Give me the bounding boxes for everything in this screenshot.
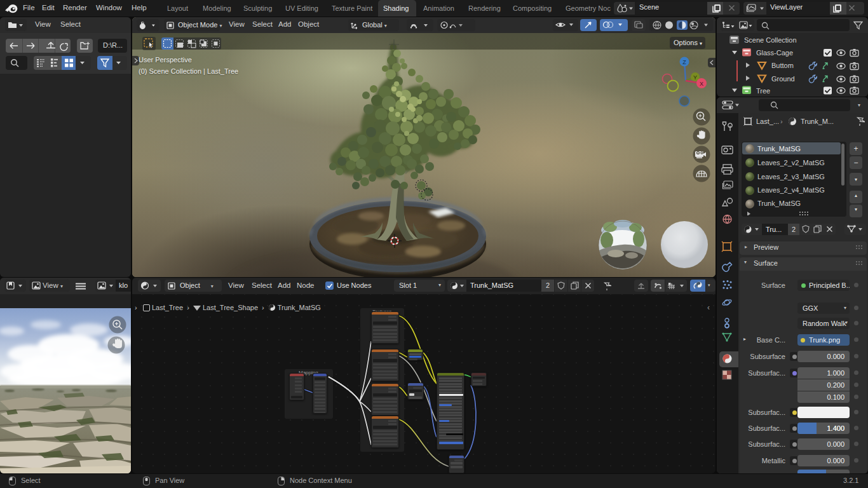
svg-text:Tree: Tree — [756, 87, 770, 95]
svg-text:Glass-Cage: Glass-Cage — [756, 49, 793, 57]
svg-text:Z: Z — [682, 59, 686, 65]
svg-text:Buttom: Buttom — [771, 62, 794, 69]
svg-text:X: X — [700, 81, 703, 87]
svg-text:Y: Y — [693, 74, 697, 81]
svg-text:Ground: Ground — [771, 75, 795, 83]
svg-text:Scene Collection: Scene Collection — [744, 36, 797, 44]
